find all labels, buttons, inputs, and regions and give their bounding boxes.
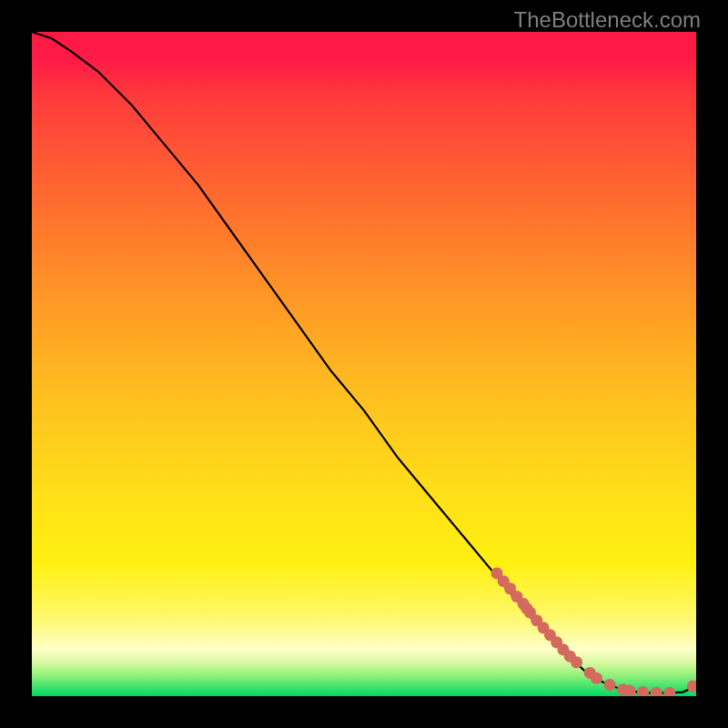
data-point: [604, 679, 616, 691]
plot-area: [32, 32, 696, 696]
data-point: [637, 686, 649, 696]
data-points: [490, 567, 696, 696]
attribution-text: TheBottleneck.com: [514, 7, 701, 33]
data-point: [591, 672, 602, 684]
data-point: [571, 656, 582, 668]
bottleneck-curve: [32, 32, 696, 693]
data-point: [663, 687, 675, 696]
chart-container: TheBottleneck.com: [0, 0, 728, 728]
chart-svg: [32, 32, 696, 696]
data-point: [651, 687, 662, 696]
